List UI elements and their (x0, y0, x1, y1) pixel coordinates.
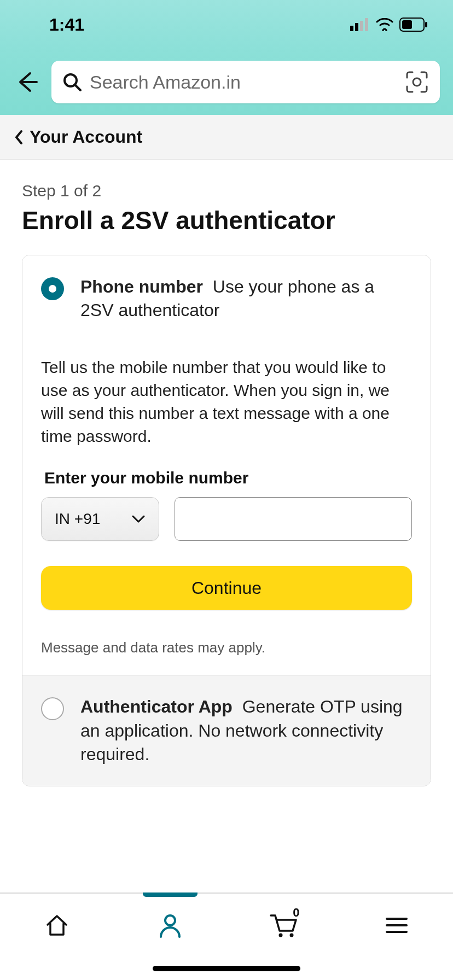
svg-rect-2 (360, 21, 363, 31)
rates-note: Message and data rates may apply. (41, 639, 412, 656)
phone-section: Tell us the mobile number that you would… (22, 356, 431, 675)
svg-line-8 (76, 85, 80, 90)
phone-description: Tell us the mobile number that you would… (41, 356, 412, 448)
menu-icon (385, 916, 409, 935)
nav-home[interactable] (35, 909, 79, 942)
radio-phone-number[interactable] (41, 277, 64, 300)
status-icons-group (350, 18, 428, 32)
option-authenticator-app[interactable]: Authenticator App Generate OTP using an … (22, 675, 431, 786)
step-label: Step 1 of 2 (22, 182, 431, 200)
page-title: Enroll a 2SV authenticator (22, 206, 431, 235)
option-app-title-bold: Authenticator App (80, 697, 233, 716)
option-phone-number[interactable]: Phone number Use your phone as a 2SV aut… (22, 255, 431, 342)
user-icon (158, 913, 183, 938)
svg-rect-0 (350, 26, 353, 31)
cellular-icon (350, 18, 370, 31)
option-app-title: Authenticator App Generate OTP using an … (80, 695, 412, 766)
svg-rect-6 (425, 22, 427, 27)
cart-count: 0 (293, 906, 299, 920)
svg-point-10 (165, 915, 175, 925)
home-indicator[interactable] (153, 966, 300, 971)
nav-cart[interactable]: 0 (262, 909, 305, 942)
svg-point-12 (289, 934, 293, 937)
battery-icon (399, 18, 428, 32)
svg-rect-1 (355, 23, 358, 31)
header-bar: Search Amazon.in (0, 49, 453, 115)
authenticator-options-card: Phone number Use your phone as a 2SV aut… (22, 255, 431, 786)
search-placeholder: Search Amazon.in (90, 72, 397, 93)
nav-menu[interactable] (375, 909, 419, 942)
mobile-input-row: IN +91 (41, 497, 412, 541)
chevron-down-icon (131, 515, 146, 523)
back-button[interactable] (13, 68, 40, 96)
breadcrumb-label: Your Account (30, 127, 142, 147)
mobile-number-input[interactable] (175, 497, 412, 541)
chevron-left-icon (14, 130, 24, 145)
radio-authenticator-app[interactable] (41, 697, 64, 720)
search-icon (62, 72, 82, 92)
main-content: Step 1 of 2 Enroll a 2SV authenticator P… (0, 160, 453, 786)
option-phone-title-bold: Phone number (80, 277, 203, 296)
status-time: 1:41 (49, 15, 84, 35)
svg-rect-5 (402, 20, 412, 29)
country-code-select[interactable]: IN +91 (41, 497, 159, 541)
breadcrumb[interactable]: Your Account (0, 115, 453, 160)
mobile-number-label: Enter your mobile number (44, 469, 412, 487)
status-bar: 1:41 (0, 0, 453, 49)
arrow-left-icon (15, 70, 39, 94)
search-box[interactable]: Search Amazon.in (51, 61, 440, 103)
option-app-body: Authenticator App Generate OTP using an … (80, 695, 412, 766)
continue-button[interactable]: Continue (41, 566, 412, 610)
wifi-icon (375, 18, 394, 31)
svg-point-11 (278, 934, 282, 937)
nav-account[interactable] (148, 909, 192, 942)
option-phone-title: Phone number Use your phone as a 2SV aut… (80, 275, 412, 322)
home-icon (44, 913, 69, 938)
svg-point-9 (413, 78, 421, 86)
svg-rect-3 (365, 18, 368, 31)
option-phone-body: Phone number Use your phone as a 2SV aut… (80, 275, 412, 322)
country-code-value: IN +91 (55, 510, 100, 528)
lens-icon[interactable] (405, 70, 429, 94)
